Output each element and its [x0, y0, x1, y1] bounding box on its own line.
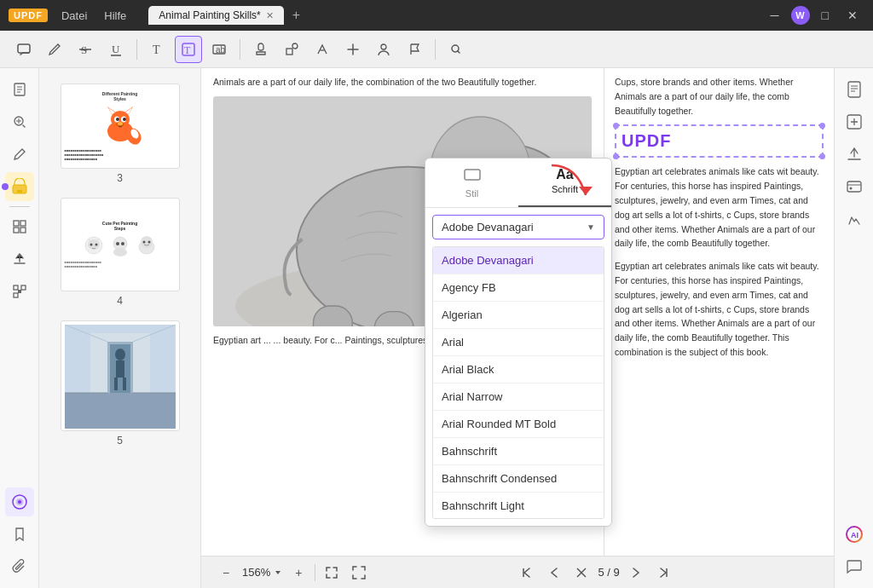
arrows-button[interactable]: [339, 36, 367, 63]
restore-button[interactable]: □: [815, 5, 835, 26]
flag-button[interactable]: [401, 36, 428, 63]
svg-point-50: [90, 243, 92, 245]
svg-point-43: [118, 122, 123, 125]
thumb4-title: Cute Pet PaintingSteps: [65, 221, 176, 231]
font-item-adobe-devanagari[interactable]: Adobe Devanagari: [433, 247, 604, 274]
menu-hilfe[interactable]: Hilfe: [97, 8, 133, 24]
tab-close-icon[interactable]: ✕: [266, 10, 274, 21]
font-item-arial-narrow[interactable]: Arial Narrow: [433, 383, 604, 411]
menu-datei[interactable]: Datei: [55, 8, 94, 24]
pdf-right-column: Cups, store brands and other items. Whet…: [604, 68, 834, 556]
strikethrough-button[interactable]: S: [72, 36, 99, 63]
svg-rect-26: [21, 285, 26, 290]
comment-button[interactable]: [10, 36, 38, 63]
fit-width-button[interactable]: [321, 562, 343, 584]
thumbnail-page-4[interactable]: Cute Pet PaintingSteps: [39, 191, 200, 314]
sidebar-pages-button[interactable]: [5, 75, 34, 104]
sidebar-attachment-button[interactable]: [5, 552, 34, 581]
right-sidebar-btn-3[interactable]: [840, 140, 869, 169]
fit-page-button[interactable]: [348, 562, 370, 584]
sidebar-ocr-button[interactable]: [5, 277, 34, 306]
main-area: Different PaintingStyles: [0, 68, 873, 588]
thumb3-text: ■■■■■■■■■■■■■■■■■■ ■■■■■■■■■■■■■■■■■■■ ■…: [65, 148, 176, 162]
pencil-button[interactable]: [41, 36, 68, 63]
shapes-button[interactable]: [278, 36, 305, 63]
font-item-bahnschrift-condensed[interactable]: Bahnschrift Condensed: [433, 465, 604, 493]
font-item-bahnschrift[interactable]: Bahnschrift: [433, 438, 604, 465]
zoom-in-button[interactable]: +: [287, 562, 309, 584]
pdf-right-body1: Egyptian art celebrates animals like cat…: [615, 164, 824, 251]
new-tab-button[interactable]: +: [286, 8, 307, 23]
chevron-down-icon: ▼: [587, 222, 595, 232]
text-highlight-button[interactable]: T: [175, 36, 202, 63]
right-sidebar-chat-button[interactable]: [840, 552, 869, 581]
close-button[interactable]: ✕: [841, 5, 864, 26]
svg-rect-71: [114, 378, 118, 390]
right-sidebar-btn-5[interactable]: [840, 205, 869, 233]
nav-prev-button[interactable]: [543, 562, 565, 584]
bottom-nav-controls: 5 / 9: [516, 562, 674, 584]
person-button[interactable]: [370, 36, 397, 63]
underline-button[interactable]: U: [102, 36, 130, 63]
font-item-algerian[interactable]: Algerian: [433, 302, 604, 329]
user-avatar[interactable]: W: [791, 6, 810, 25]
sidebar-bookmark-button[interactable]: [5, 520, 34, 549]
sidebar-layers-button[interactable]: [5, 487, 34, 516]
zoom-out-button[interactable]: −: [215, 562, 237, 584]
sidebar-zoom-button[interactable]: [5, 107, 34, 136]
font-item-arial-black[interactable]: Arial Black: [433, 356, 604, 383]
pdf-intro-text: Animals are a part of our daily life, th…: [213, 75, 592, 89]
nav-prev-prev-button[interactable]: [516, 562, 538, 584]
text-button[interactable]: T: [144, 36, 171, 63]
font-tab-stil[interactable]: Stil: [425, 159, 518, 207]
svg-point-12: [381, 44, 386, 49]
stamp-button[interactable]: [247, 36, 275, 63]
zoom-dropdown-icon[interactable]: [274, 568, 282, 577]
main-toolbar: S U T T ab: [0, 31, 873, 68]
red-arrow-icon: [535, 161, 594, 212]
font-item-arial[interactable]: Arial: [433, 329, 604, 356]
thumbnail-page-5[interactable]: 5: [39, 314, 200, 453]
menu-bar: Datei Hilfe: [55, 8, 133, 24]
pdf-updf-section: UPDF: [615, 124, 824, 158]
tab-bar: Animal Painting Skills* ✕ +: [148, 6, 756, 25]
thumbnail-panel[interactable]: Different PaintingStyles: [39, 68, 201, 588]
right-sidebar-btn-1[interactable]: [840, 75, 869, 104]
updf-label: UPDF: [622, 131, 817, 151]
stil-label: Stil: [465, 188, 478, 199]
svg-point-69: [115, 349, 125, 360]
toolbar-sep-2: [240, 39, 240, 60]
nav-next-next-button[interactable]: [652, 562, 674, 584]
font-item-bahnschrift-light[interactable]: Bahnschrift Light: [433, 493, 604, 519]
search-button[interactable]: [442, 36, 470, 63]
tab-animal-painting[interactable]: Animal Painting Skills* ✕: [148, 6, 283, 25]
sidebar-organize-button[interactable]: [5, 212, 34, 241]
active-indicator: [2, 183, 9, 190]
minimize-button[interactable]: ─: [764, 5, 786, 26]
sidebar-export-button[interactable]: [5, 245, 34, 274]
font-select-dropdown[interactable]: Adobe Devanagari ▼: [432, 215, 604, 239]
page-display: 5 / 9: [598, 566, 619, 579]
thumbnail-5-label: 5: [117, 435, 123, 447]
nav-next-button[interactable]: [625, 562, 647, 584]
toolbar-sep-1: [136, 39, 137, 60]
svg-text:T: T: [153, 43, 160, 56]
font-panel[interactable]: Stil Aa Schrift: [425, 158, 612, 527]
right-sidebar-ai-button[interactable]: AI: [840, 520, 869, 549]
font-item-agency-fb[interactable]: Agency FB: [433, 274, 604, 302]
app-logo: UPDF: [9, 9, 48, 22]
sidebar-highlight-button[interactable]: [5, 172, 34, 201]
font-item-arial-rounded-mt-bold[interactable]: Arial Rounded MT Bold: [433, 411, 604, 438]
right-sidebar-btn-4[interactable]: [840, 172, 869, 201]
thumbnail-3-label: 3: [117, 172, 123, 184]
font-list[interactable]: Adobe Devanagari Agency FB Algerian Aria…: [432, 246, 604, 519]
svg-rect-23: [14, 228, 19, 233]
thumbnail-page-3[interactable]: Different PaintingStyles: [39, 77, 200, 191]
sidebar-edit-button[interactable]: [5, 140, 34, 169]
thumb4-text: ■■■■■■■■■■■■■■■■■■ ■■■■■■■■■■■■■■■■: [65, 260, 176, 268]
text-box-button[interactable]: ab: [205, 36, 233, 63]
svg-text:AI: AI: [851, 531, 859, 539]
right-sidebar-btn-2[interactable]: [840, 107, 869, 136]
nav-close-button[interactable]: [570, 562, 593, 584]
pen-button[interactable]: [309, 36, 336, 63]
